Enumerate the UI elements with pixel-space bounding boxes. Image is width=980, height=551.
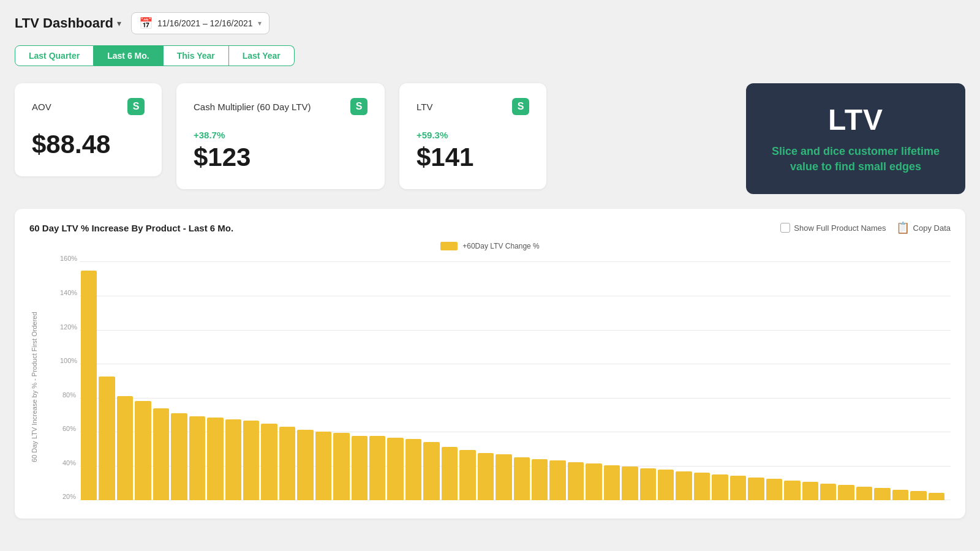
- grid-y-label: 40%: [60, 460, 80, 467]
- ltv-promo-title: LTV: [828, 103, 883, 137]
- bar: [929, 493, 944, 501]
- chevron-down-icon: ▾: [258, 19, 262, 28]
- show-names-text: Show Full Product Names: [794, 223, 886, 233]
- bar: [784, 481, 800, 501]
- bar: [279, 427, 295, 500]
- grid-y-label: 120%: [60, 324, 80, 331]
- aov-card: AOV S $88.48: [15, 83, 162, 176]
- bar: [171, 413, 187, 501]
- bar: [459, 450, 475, 501]
- legend-swatch: [440, 242, 458, 250]
- bar: [315, 432, 331, 501]
- ltv-label: LTV: [417, 102, 432, 112]
- bar: [730, 476, 746, 500]
- bar: [496, 454, 511, 500]
- bar: [423, 442, 439, 500]
- bar: [604, 465, 620, 501]
- bar: [81, 271, 97, 500]
- bar: [802, 482, 818, 500]
- shopify-icon: S: [512, 98, 529, 115]
- bar: [766, 479, 782, 500]
- header: LTV Dashboard ▾ 📅 11/16/2021 – 12/16/202…: [15, 12, 965, 34]
- bar: [622, 467, 638, 500]
- bar: [333, 433, 349, 500]
- calendar-icon: 📅: [139, 17, 153, 30]
- chart-title: 60 Day LTV % Increase By Product - Last …: [29, 223, 233, 233]
- title-group: LTV Dashboard ▾: [15, 15, 121, 31]
- chart-section: 60 Day LTV % Increase By Product - Last …: [15, 209, 965, 519]
- ltv-value: $141: [417, 143, 529, 172]
- ltv-promo-subtitle: Slice and dice customer lifetime value t…: [771, 144, 941, 174]
- shopify-icon: S: [127, 98, 145, 115]
- bar: [910, 491, 926, 500]
- bar: [856, 487, 872, 501]
- tab-last-6-mo[interactable]: Last 6 Mo.: [94, 45, 163, 66]
- show-names-label[interactable]: Show Full Product Names: [780, 223, 886, 233]
- ltv-card: LTV S +59.3% $141: [399, 83, 546, 189]
- bar: [442, 447, 458, 501]
- copy-data-text: Copy Data: [913, 223, 951, 233]
- chart-legend: +60Day LTV Change %: [29, 242, 951, 250]
- bar: [99, 377, 115, 501]
- bars-container: [81, 255, 944, 500]
- bar: [153, 408, 169, 500]
- bar: [261, 424, 277, 500]
- cards-row: AOV S $88.48 Cash Multiplier (60 Day LTV…: [15, 83, 965, 194]
- aov-label: AOV: [32, 102, 51, 112]
- grid-y-label: 60%: [60, 425, 80, 432]
- grid-y-label: 100%: [60, 358, 80, 364]
- period-tabs: Last Quarter Last 6 Mo. This Year Last Y…: [15, 45, 965, 66]
- chart-header: 60 Day LTV % Increase By Product - Last …: [29, 221, 951, 234]
- bar: [838, 485, 854, 500]
- cash-multiplier-value: $123: [194, 143, 368, 172]
- copy-icon: 📋: [896, 221, 910, 234]
- tab-last-year[interactable]: Last Year: [229, 45, 295, 66]
- tab-this-year[interactable]: This Year: [164, 45, 229, 66]
- date-picker[interactable]: 📅 11/16/2021 – 12/16/2021 ▾: [131, 12, 270, 34]
- bar: [369, 436, 385, 500]
- chevron-down-icon[interactable]: ▾: [117, 18, 121, 28]
- bar: [478, 453, 494, 501]
- show-names-checkbox[interactable]: [780, 223, 790, 233]
- bar: [549, 460, 565, 500]
- bar: [676, 471, 692, 501]
- bar: [243, 421, 259, 500]
- bar: [225, 419, 241, 501]
- bar: [748, 478, 764, 501]
- bar: [352, 436, 368, 500]
- bar: [135, 401, 151, 501]
- ltv-change: +59.3%: [417, 130, 529, 140]
- chart-area: 60 Day LTV Increase by % - Product First…: [29, 255, 951, 519]
- cash-multiplier-label: Cash Multiplier (60 Day LTV): [194, 102, 311, 112]
- bar: [658, 470, 674, 500]
- bar: [297, 430, 313, 500]
- bar: [117, 396, 133, 500]
- grid-y-label: 160%: [60, 255, 80, 262]
- bar: [387, 438, 403, 501]
- tab-last-quarter[interactable]: Last Quarter: [15, 45, 94, 66]
- chart-controls: Show Full Product Names 📋 Copy Data: [780, 221, 951, 234]
- bar: [712, 474, 728, 501]
- ltv-promo-card: LTV Slice and dice customer lifetime val…: [746, 83, 965, 194]
- bar: [405, 439, 421, 500]
- legend-label: +60Day LTV Change %: [462, 242, 540, 250]
- grid-y-label: 140%: [60, 290, 80, 296]
- copy-data-button[interactable]: 📋 Copy Data: [896, 221, 951, 234]
- bar: [640, 468, 656, 501]
- page: LTV Dashboard ▾ 📅 11/16/2021 – 12/16/202…: [0, 0, 980, 531]
- bar: [694, 473, 710, 500]
- bar: [514, 457, 530, 500]
- chart-inner: 160% 140% 120% 100% 80% 60% 40% 20%: [42, 255, 951, 519]
- bar: [568, 462, 584, 501]
- cash-multiplier-card: Cash Multiplier (60 Day LTV) S +38.7% $1…: [176, 83, 385, 189]
- grid-y-label: 80%: [60, 392, 80, 399]
- page-title: LTV Dashboard: [15, 15, 113, 31]
- bar: [586, 463, 601, 500]
- card-header: AOV S: [32, 98, 145, 115]
- date-range-text: 11/16/2021 – 12/16/2021: [157, 18, 253, 28]
- shopify-icon: S: [350, 98, 368, 115]
- aov-value: $88.48: [32, 130, 145, 159]
- cash-multiplier-change: +38.7%: [194, 130, 368, 140]
- bar: [874, 488, 890, 500]
- bar: [892, 490, 908, 501]
